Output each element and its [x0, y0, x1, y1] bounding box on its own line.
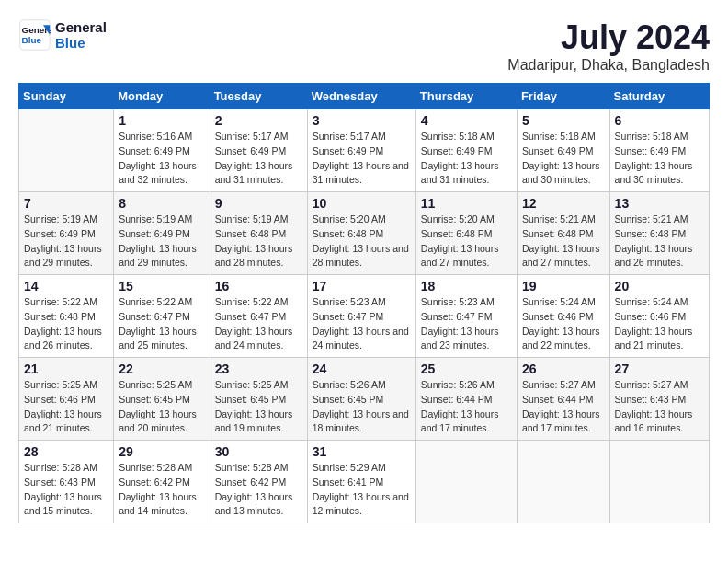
calendar-cell: 12Sunrise: 5:21 AMSunset: 6:48 PMDayligh…: [517, 192, 609, 275]
weekday-header-saturday: Saturday: [609, 84, 709, 109]
day-info: Sunrise: 5:24 AMSunset: 6:46 PMDaylight:…: [522, 295, 605, 353]
calendar-cell: 20Sunrise: 5:24 AMSunset: 6:46 PMDayligh…: [609, 275, 709, 358]
day-info: Sunrise: 5:18 AMSunset: 6:49 PMDaylight:…: [615, 130, 704, 188]
month-year: July 2024: [507, 18, 710, 57]
calendar-cell: 14Sunrise: 5:22 AMSunset: 6:48 PMDayligh…: [19, 275, 114, 358]
day-number: 1: [119, 113, 204, 128]
calendar-cell: 22Sunrise: 5:25 AMSunset: 6:45 PMDayligh…: [114, 358, 210, 441]
calendar-week-row: 1Sunrise: 5:16 AMSunset: 6:49 PMDaylight…: [19, 109, 710, 192]
weekday-header-row: SundayMondayTuesdayWednesdayThursdayFrid…: [19, 84, 710, 109]
day-info: Sunrise: 5:26 AMSunset: 6:45 PMDaylight:…: [313, 378, 411, 436]
day-number: 14: [24, 279, 108, 293]
day-info: Sunrise: 5:23 AMSunset: 6:47 PMDaylight:…: [421, 295, 512, 353]
day-number: 29: [119, 444, 204, 459]
day-number: 27: [615, 362, 704, 376]
day-number: 18: [421, 279, 512, 293]
day-info: Sunrise: 5:28 AMSunset: 6:42 PMDaylight:…: [119, 461, 204, 519]
day-info: Sunrise: 5:20 AMSunset: 6:48 PMDaylight:…: [313, 213, 411, 270]
day-number: 12: [522, 196, 605, 211]
logo-blue: Blue: [55, 35, 107, 51]
day-number: 5: [522, 113, 605, 128]
calendar-cell: [415, 441, 517, 523]
calendar-cell: 7Sunrise: 5:19 AMSunset: 6:49 PMDaylight…: [19, 192, 114, 275]
day-number: 15: [119, 279, 204, 293]
logo-icon: General Blue: [18, 18, 51, 52]
day-number: 8: [119, 196, 204, 211]
calendar-week-row: 21Sunrise: 5:25 AMSunset: 6:46 PMDayligh…: [19, 358, 710, 441]
day-number: 21: [24, 362, 108, 376]
day-info: Sunrise: 5:22 AMSunset: 6:47 PMDaylight:…: [215, 295, 302, 353]
calendar-cell: 31Sunrise: 5:29 AMSunset: 6:41 PMDayligh…: [307, 441, 415, 523]
day-number: 28: [24, 444, 108, 459]
day-info: Sunrise: 5:19 AMSunset: 6:49 PMDaylight:…: [119, 213, 204, 270]
calendar-cell: 17Sunrise: 5:23 AMSunset: 6:47 PMDayligh…: [307, 275, 415, 358]
day-number: 24: [313, 362, 411, 376]
weekday-header-sunday: Sunday: [19, 84, 114, 109]
day-number: 4: [421, 113, 512, 128]
day-number: 17: [313, 279, 411, 293]
day-info: Sunrise: 5:25 AMSunset: 6:46 PMDaylight:…: [24, 378, 108, 436]
calendar-cell: 11Sunrise: 5:20 AMSunset: 6:48 PMDayligh…: [415, 192, 517, 275]
calendar-cell: 5Sunrise: 5:18 AMSunset: 6:49 PMDaylight…: [517, 109, 609, 192]
day-info: Sunrise: 5:17 AMSunset: 6:49 PMDaylight:…: [313, 130, 411, 188]
day-number: 23: [215, 362, 302, 376]
day-info: Sunrise: 5:22 AMSunset: 6:48 PMDaylight:…: [24, 295, 108, 353]
weekday-header-thursday: Thursday: [415, 84, 517, 109]
calendar-cell: 30Sunrise: 5:28 AMSunset: 6:42 PMDayligh…: [210, 441, 307, 523]
day-number: 13: [615, 196, 704, 211]
weekday-header-wednesday: Wednesday: [307, 84, 415, 109]
calendar-cell: 3Sunrise: 5:17 AMSunset: 6:49 PMDaylight…: [307, 109, 415, 192]
day-info: Sunrise: 5:16 AMSunset: 6:49 PMDaylight:…: [119, 130, 204, 188]
calendar-cell: 16Sunrise: 5:22 AMSunset: 6:47 PMDayligh…: [210, 275, 307, 358]
day-number: 30: [215, 444, 302, 459]
calendar-cell: 28Sunrise: 5:28 AMSunset: 6:43 PMDayligh…: [19, 441, 114, 523]
calendar-cell: 18Sunrise: 5:23 AMSunset: 6:47 PMDayligh…: [415, 275, 517, 358]
calendar-cell: [19, 109, 114, 192]
calendar-table: SundayMondayTuesdayWednesdayThursdayFrid…: [18, 83, 710, 523]
day-number: 26: [522, 362, 605, 376]
weekday-header-monday: Monday: [114, 84, 210, 109]
calendar-week-row: 14Sunrise: 5:22 AMSunset: 6:48 PMDayligh…: [19, 275, 710, 358]
day-number: 3: [313, 113, 411, 128]
calendar-cell: 6Sunrise: 5:18 AMSunset: 6:49 PMDaylight…: [609, 109, 709, 192]
day-info: Sunrise: 5:19 AMSunset: 6:48 PMDaylight:…: [215, 213, 302, 270]
day-info: Sunrise: 5:27 AMSunset: 6:44 PMDaylight:…: [522, 378, 605, 436]
day-info: Sunrise: 5:28 AMSunset: 6:42 PMDaylight:…: [215, 461, 302, 519]
calendar-cell: 29Sunrise: 5:28 AMSunset: 6:42 PMDayligh…: [114, 441, 210, 523]
day-info: Sunrise: 5:29 AMSunset: 6:41 PMDaylight:…: [313, 461, 411, 519]
day-number: 22: [119, 362, 204, 376]
day-info: Sunrise: 5:21 AMSunset: 6:48 PMDaylight:…: [522, 213, 605, 270]
svg-text:Blue: Blue: [22, 35, 42, 45]
day-number: 11: [421, 196, 512, 211]
calendar-cell: 23Sunrise: 5:25 AMSunset: 6:45 PMDayligh…: [210, 358, 307, 441]
day-info: Sunrise: 5:22 AMSunset: 6:47 PMDaylight:…: [119, 295, 204, 353]
calendar-cell: 13Sunrise: 5:21 AMSunset: 6:48 PMDayligh…: [609, 192, 709, 275]
day-number: 19: [522, 279, 605, 293]
day-info: Sunrise: 5:28 AMSunset: 6:43 PMDaylight:…: [24, 461, 108, 519]
calendar-cell: 25Sunrise: 5:26 AMSunset: 6:44 PMDayligh…: [415, 358, 517, 441]
calendar-cell: 9Sunrise: 5:19 AMSunset: 6:48 PMDaylight…: [210, 192, 307, 275]
calendar-cell: 15Sunrise: 5:22 AMSunset: 6:47 PMDayligh…: [114, 275, 210, 358]
day-number: 16: [215, 279, 302, 293]
day-info: Sunrise: 5:21 AMSunset: 6:48 PMDaylight:…: [615, 213, 704, 270]
calendar-cell: 1Sunrise: 5:16 AMSunset: 6:49 PMDaylight…: [114, 109, 210, 192]
calendar-cell: 8Sunrise: 5:19 AMSunset: 6:49 PMDaylight…: [114, 192, 210, 275]
day-info: Sunrise: 5:26 AMSunset: 6:44 PMDaylight:…: [421, 378, 512, 436]
calendar-cell: [517, 441, 609, 523]
day-info: Sunrise: 5:18 AMSunset: 6:49 PMDaylight:…: [522, 130, 605, 188]
weekday-header-tuesday: Tuesday: [210, 84, 307, 109]
day-info: Sunrise: 5:24 AMSunset: 6:46 PMDaylight:…: [615, 295, 704, 353]
day-number: 31: [313, 444, 411, 459]
day-number: 7: [24, 196, 108, 211]
day-info: Sunrise: 5:27 AMSunset: 6:43 PMDaylight:…: [615, 378, 704, 436]
day-info: Sunrise: 5:18 AMSunset: 6:49 PMDaylight:…: [421, 130, 512, 188]
day-number: 9: [215, 196, 302, 211]
calendar-cell: 21Sunrise: 5:25 AMSunset: 6:46 PMDayligh…: [19, 358, 114, 441]
day-info: Sunrise: 5:23 AMSunset: 6:47 PMDaylight:…: [313, 295, 411, 353]
day-number: 25: [421, 362, 512, 376]
calendar-cell: 26Sunrise: 5:27 AMSunset: 6:44 PMDayligh…: [517, 358, 609, 441]
calendar-cell: [609, 441, 709, 523]
calendar-cell: 2Sunrise: 5:17 AMSunset: 6:49 PMDaylight…: [210, 109, 307, 192]
calendar-cell: 4Sunrise: 5:18 AMSunset: 6:49 PMDaylight…: [415, 109, 517, 192]
weekday-header-friday: Friday: [517, 84, 609, 109]
